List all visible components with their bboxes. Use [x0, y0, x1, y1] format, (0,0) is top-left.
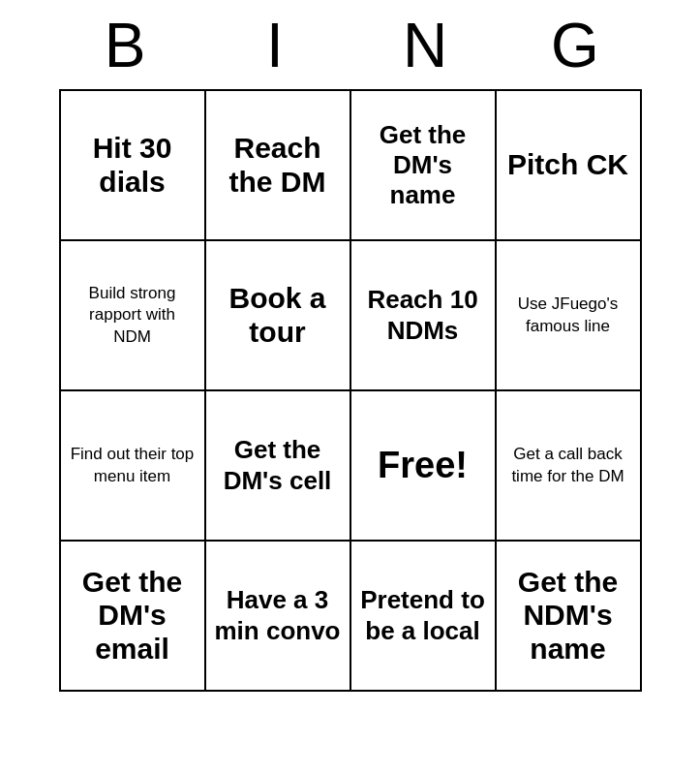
letter-n: N — [355, 10, 496, 81]
cell-6[interactable]: Reach 10 NDMs — [351, 241, 497, 391]
bingo-grid: Hit 30 dials Reach the DM Get the DM's n… — [59, 89, 642, 692]
cell-4[interactable]: Build strong rapport with NDM — [61, 241, 206, 391]
bingo-header: B I N G — [50, 0, 651, 89]
cell-5[interactable]: Book a tour — [206, 241, 351, 391]
cell-0[interactable]: Hit 30 dials — [61, 91, 206, 241]
cell-8[interactable]: Find out their top menu item — [61, 391, 206, 542]
cell-12[interactable]: Get the DM's email — [61, 542, 206, 692]
cell-9[interactable]: Get the DM's cell — [206, 391, 351, 542]
cell-3[interactable]: Pitch CK — [497, 91, 642, 241]
cell-14[interactable]: Pretend to be a local — [351, 542, 497, 692]
letter-b: B — [55, 10, 196, 81]
letter-g: G — [505, 10, 646, 81]
cell-free[interactable]: Free! — [351, 391, 497, 542]
letter-i: I — [205, 10, 346, 81]
cell-1[interactable]: Reach the DM — [206, 91, 351, 241]
cell-15[interactable]: Get the NDM's name — [497, 542, 642, 692]
cell-7[interactable]: Use JFuego's famous line — [497, 241, 642, 391]
cell-2[interactable]: Get the DM's name — [351, 91, 497, 241]
cell-13[interactable]: Have a 3 min convo — [206, 542, 351, 692]
cell-11[interactable]: Get a call back time for the DM — [497, 391, 642, 542]
